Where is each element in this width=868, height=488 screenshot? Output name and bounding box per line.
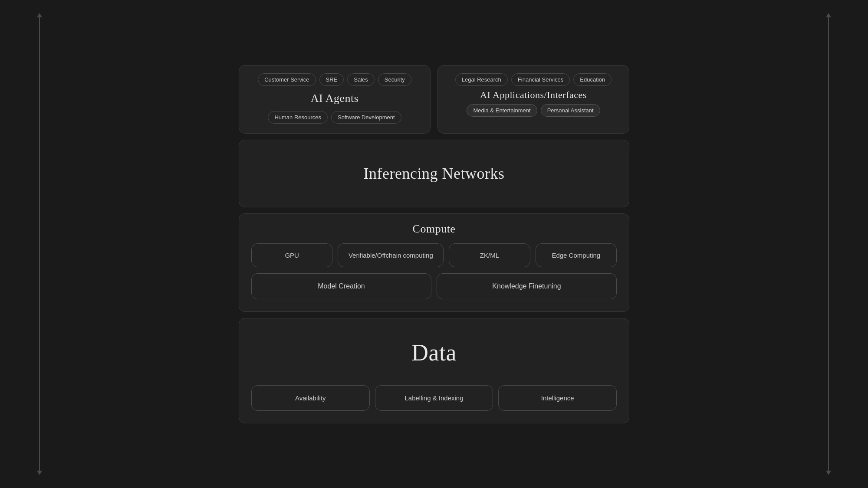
right-arrow-line — [828, 17, 829, 471]
inferencing-title: Inferencing Networks — [364, 154, 505, 193]
ai-agents-title: AI Agents — [248, 92, 421, 105]
data-card: Data Availability Labelling & Indexing I… — [239, 318, 629, 423]
left-arrow-up — [37, 13, 42, 17]
main-container: Customer Service SRE Sales Security AI A… — [239, 65, 629, 423]
tag-financial-services: Financial Services — [511, 73, 570, 86]
tag-model-creation: Model Creation — [251, 273, 431, 299]
tag-edge-computing: Edge Computing — [536, 243, 617, 267]
data-tags: Availability Labelling & Indexing Intell… — [251, 385, 617, 411]
tag-education: Education — [573, 73, 612, 86]
tag-availability: Availability — [251, 385, 370, 411]
compute-title: Compute — [251, 223, 617, 236]
tag-security: Security — [378, 73, 411, 86]
tag-zkml: ZK/ML — [449, 243, 530, 267]
tag-customer-service: Customer Service — [258, 73, 316, 86]
compute-row1: GPU Verifiable/Offchain computing ZK/ML … — [251, 243, 617, 267]
tag-gpu: GPU — [251, 243, 332, 267]
ai-agents-card: Customer Service SRE Sales Security AI A… — [239, 65, 431, 134]
tag-sales: Sales — [347, 73, 375, 86]
ai-apps-top-tags: Legal Research Financial Services Educat… — [447, 73, 620, 86]
tag-knowledge-finetuning: Knowledge Finetuning — [437, 273, 617, 299]
right-arrow-down — [826, 471, 831, 475]
ai-apps-bottom-tags: Media & Entertainment Personal Assistant — [447, 104, 620, 117]
tag-human-resources: Human Resources — [268, 111, 328, 124]
left-arrow-down — [37, 471, 42, 475]
compute-row2: Model Creation Knowledge Finetuning — [251, 273, 617, 299]
left-arrow — [37, 0, 42, 488]
tag-software-development: Software Development — [331, 111, 401, 124]
ai-apps-card: Legal Research Financial Services Educat… — [437, 65, 629, 134]
inferencing-card: Inferencing Networks — [239, 140, 629, 207]
tag-labelling-indexing: Labelling & Indexing — [375, 385, 493, 411]
right-arrow — [826, 0, 831, 488]
ai-agents-bottom-tags: Human Resources Software Development — [248, 111, 421, 124]
tag-sre: SRE — [319, 73, 344, 86]
top-row: Customer Service SRE Sales Security AI A… — [239, 65, 629, 134]
data-title: Data — [251, 327, 617, 378]
right-arrow-up — [826, 13, 831, 17]
left-arrow-line — [39, 17, 40, 471]
ai-apps-title: AI Applications/Interfaces — [447, 89, 620, 101]
compute-card: Compute GPU Verifiable/Offchain computin… — [239, 213, 629, 312]
tag-personal-assistant: Personal Assistant — [541, 104, 600, 117]
tag-intelligence: Intelligence — [498, 385, 617, 411]
ai-agents-top-tags: Customer Service SRE Sales Security — [248, 73, 421, 86]
tag-legal-research: Legal Research — [455, 73, 508, 86]
tag-media-entertainment: Media & Entertainment — [467, 104, 537, 117]
tag-verifiable-offchain: Verifiable/Offchain computing — [338, 243, 444, 267]
